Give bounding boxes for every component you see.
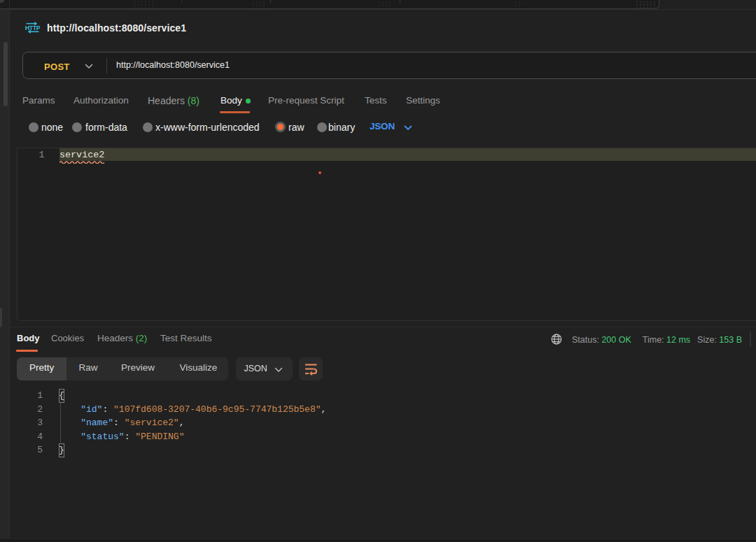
svg-text:HTTP: HTTP xyxy=(25,24,40,31)
